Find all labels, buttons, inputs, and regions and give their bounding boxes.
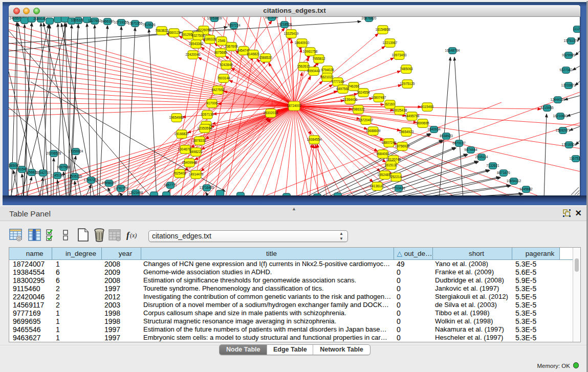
svg-text:7515526: 7515526 [142, 23, 156, 27]
svg-text:15409948: 15409948 [182, 161, 197, 164]
svg-text:9699695: 9699695 [416, 121, 429, 125]
svg-text:12353594: 12353594 [198, 126, 212, 130]
svg-text:6879197: 6879197 [452, 141, 466, 145]
svg-text:8215955: 8215955 [540, 106, 554, 110]
svg-text:1327602: 1327602 [88, 19, 101, 23]
svg-text:12213967: 12213967 [383, 41, 398, 45]
svg-text:14136141: 14136141 [370, 184, 385, 188]
svg-text:12444159: 12444159 [551, 98, 565, 101]
svg-text:10807487: 10807487 [372, 96, 386, 99]
svg-text:9684067: 9684067 [376, 152, 389, 156]
svg-text:16648784: 16648784 [445, 49, 460, 52]
svg-text:(x): (x) [130, 232, 137, 239]
svg-text:26876820: 26876820 [362, 17, 377, 20]
svg-text:12923448: 12923448 [128, 191, 143, 194]
svg-text:11127: 11127 [573, 27, 580, 31]
svg-text:7625402: 7625402 [173, 171, 186, 175]
svg-text:1588520: 1588520 [259, 56, 272, 59]
svg-text:7132621: 7132621 [486, 164, 499, 167]
svg-text:9227342: 9227342 [559, 68, 573, 72]
svg-text:1145190: 1145190 [51, 173, 64, 177]
svg-text:417006: 417006 [206, 101, 217, 105]
svg-text:15751074: 15751074 [564, 39, 579, 42]
svg-text:14495798: 14495798 [405, 114, 420, 118]
svg-text:7603144: 7603144 [217, 76, 230, 80]
svg-text:2546: 2546 [218, 39, 226, 42]
svg-text:1167533: 1167533 [570, 157, 580, 160]
svg-text:12033872: 12033872 [561, 83, 576, 87]
svg-text:9777169: 9777169 [331, 80, 344, 83]
svg-text:12342737: 12342737 [36, 171, 51, 174]
svg-text:252214: 252214 [390, 175, 402, 179]
svg-text:9657771: 9657771 [164, 183, 177, 187]
svg-text:21364436: 21364436 [343, 98, 358, 101]
svg-text:9794028: 9794028 [321, 68, 334, 72]
svg-text:1615132: 1615132 [384, 163, 398, 167]
svg-text:9327508: 9327508 [191, 34, 205, 37]
svg-text:19654982: 19654982 [169, 116, 184, 119]
svg-text:8938923: 8938923 [440, 134, 453, 138]
svg-text:3624554: 3624554 [357, 91, 370, 94]
svg-text:20206578: 20206578 [47, 151, 61, 155]
svg-text:8427552: 8427552 [211, 88, 225, 92]
svg-text:3878332: 3878332 [193, 139, 206, 142]
svg-text:17957255: 17957255 [84, 178, 99, 182]
svg-text:10671355: 10671355 [128, 21, 143, 25]
svg-text:16053809: 16053809 [207, 17, 222, 20]
svg-text:12505135: 12505135 [68, 174, 82, 178]
svg-text:19384554: 19384554 [307, 138, 322, 141]
svg-text:8813054: 8813054 [265, 17, 278, 19]
svg-text:14914479: 14914479 [189, 172, 204, 176]
svg-text:8471676: 8471676 [497, 171, 510, 174]
svg-text:62160: 62160 [385, 102, 395, 106]
svg-text:3675685: 3675685 [214, 51, 227, 54]
svg-text:19218506: 19218506 [277, 23, 292, 26]
svg-text:8186328: 8186328 [203, 37, 216, 41]
svg-text:25302033: 25302033 [264, 111, 278, 115]
svg-text:2935114: 2935114 [475, 155, 488, 159]
svg-text:16154808: 16154808 [376, 28, 390, 31]
svg-text:9498222: 9498222 [189, 150, 203, 154]
svg-text:10961758: 10961758 [303, 50, 318, 53]
svg-text:8466160: 8466160 [101, 19, 114, 23]
svg-text:1621022: 1621022 [320, 75, 334, 79]
svg-text:10782759: 10782759 [114, 186, 128, 190]
svg-text:10688609: 10688609 [366, 129, 381, 133]
svg-text:13325419: 13325419 [284, 32, 299, 35]
svg-text:22420046: 22420046 [186, 53, 201, 56]
svg-text:7955812: 7955812 [312, 57, 325, 60]
svg-text:10958107: 10958107 [102, 181, 117, 185]
svg-text:3267130: 3267130 [201, 113, 214, 116]
svg-text:19756928: 19756928 [395, 144, 410, 148]
svg-text:15720407: 15720407 [359, 118, 374, 122]
svg-text:19654923: 19654923 [399, 130, 414, 134]
svg-text:9115460: 9115460 [421, 105, 434, 108]
svg-text:1562615: 1562615 [297, 64, 310, 68]
svg-text:18807249: 18807249 [382, 141, 397, 144]
svg-text:16210643: 16210643 [553, 114, 568, 118]
svg-text:17359924: 17359924 [69, 149, 83, 153]
svg-text:9245682: 9245682 [519, 187, 533, 191]
svg-text:10973493: 10973493 [392, 53, 407, 57]
svg-text:12975125: 12975125 [400, 82, 415, 85]
svg-text:10654112: 10654112 [507, 179, 521, 183]
svg-text:10719155: 10719155 [114, 20, 129, 24]
svg-text:8660123: 8660123 [167, 31, 181, 34]
svg-text:1733426: 1733426 [392, 186, 405, 190]
svg-text:15692971: 15692971 [556, 128, 571, 132]
svg-text:17016504: 17016504 [562, 143, 577, 146]
svg-text:7986322: 7986322 [352, 107, 365, 111]
svg-text:13716485: 13716485 [200, 186, 214, 189]
svg-text:7357224: 7357224 [227, 24, 241, 27]
svg-text:2367608: 2367608 [225, 45, 238, 48]
svg-text:7663822: 7663822 [155, 29, 168, 32]
svg-text:16543362: 16543362 [189, 42, 204, 46]
svg-text:9146821: 9146821 [247, 52, 260, 56]
svg-text:746266: 746266 [348, 84, 359, 88]
svg-text:9474444: 9474444 [464, 148, 477, 151]
svg-text:7485063: 7485063 [400, 67, 413, 71]
svg-text:9329965: 9329965 [562, 53, 575, 57]
svg-text:1640934: 1640934 [427, 127, 441, 131]
svg-text:18724007: 18724007 [287, 104, 302, 107]
svg-text:10025438: 10025438 [393, 108, 407, 112]
